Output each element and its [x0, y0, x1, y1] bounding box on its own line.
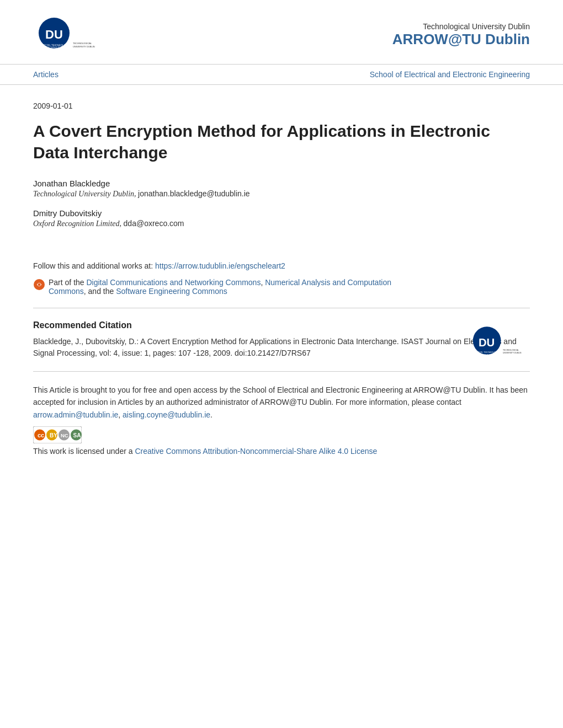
logo-area: DU OLLSCOIL TEICNEOLAÍOCHTA BHAILE ÁTHA … [33, 15, 105, 54]
bepress-network-icon [33, 279, 45, 291]
article-title: A Covert Encryption Method for Applicati… [33, 120, 530, 163]
tu-dublin-logo: DU OLLSCOIL TEICNEOLAÍOCHTA BHAILE ÁTHA … [33, 15, 105, 54]
page: DU OLLSCOIL TEICNEOLAÍOCHTA BHAILE ÁTHA … [0, 0, 563, 728]
contact-email-1[interactable]: arrow.admin@tudublin.ie [33, 410, 118, 419]
author-1-affil-text: Technological University Dublin [33, 190, 134, 198]
svg-point-7 [38, 283, 41, 286]
school-nav-label: School of Electrical and Electronic Engi… [370, 70, 530, 79]
follow-section: Follow this and additional works at: htt… [33, 261, 530, 270]
section-divider-1 [33, 308, 530, 308]
author-block-2: Dmitry Dubovitskiy Oxford Recognition Li… [33, 208, 530, 228]
nav-bar: Articles School of Electrical and Electr… [0, 65, 563, 85]
svg-text:UNIVERSITY DUBLIN: UNIVERSITY DUBLIN [73, 45, 95, 48]
author-1-email: jonathan.blackledge@tudublin.ie [138, 189, 250, 198]
articles-nav-link[interactable]: Articles [33, 70, 59, 79]
part-of-section: Part of the Digital Communications and N… [33, 278, 530, 296]
svg-text:OLLSCOIL TEICNEOLAÍOCHTA: OLLSCOIL TEICNEOLAÍOCHTA [473, 351, 503, 354]
article-date: 2009-01-01 [33, 101, 530, 110]
cc-license-link[interactable]: Creative Commons Attribution-Noncommerci… [135, 447, 377, 456]
author-1-name: Jonathan Blackledge [33, 179, 530, 188]
cc-license-badge: cc BY NC SA [33, 426, 82, 443]
header: DU OLLSCOIL TEICNEOLAÍOCHTA BHAILE ÁTHA … [0, 0, 563, 65]
part-of-text: Part of the Digital Communications and N… [49, 278, 391, 296]
commons-link-3-a[interactable]: Software Engineering Commons [116, 287, 227, 296]
open-access-section: DU OLLSCOIL TEICNEOLAÍOCHTA BHAILE ÁTHA … [33, 384, 530, 457]
svg-text:BHAILE ÁTHA CLIATH: BHAILE ÁTHA CLIATH [475, 354, 496, 356]
author-2-affil-text: Oxford Recognition Limited [33, 220, 120, 228]
cc-icon-block: cc BY NC SA This work is licensed under … [33, 426, 530, 457]
open-access-paragraph: This Article is brought to you for free … [33, 384, 530, 421]
author-1-affil: Technological University Dublin, jonatha… [33, 189, 530, 199]
rec-cit-body: Blackledge, J., Dubovitskiy, D.: A Cover… [33, 336, 530, 359]
svg-text:DU: DU [479, 336, 495, 349]
svg-text:NC: NC [61, 432, 68, 438]
svg-text:cc: cc [38, 432, 44, 438]
author-2-affil: Oxford Recognition Limited, dda@oxreco.c… [33, 219, 530, 228]
commons-link-1-a[interactable]: Digital Communications and Networking Co… [86, 278, 261, 287]
authors-section: Jonathan Blackledge Technological Univer… [33, 179, 530, 228]
footer-logo-area: DU OLLSCOIL TEICNEOLAÍOCHTA BHAILE ÁTHA … [469, 323, 530, 364]
svg-text:SA: SA [73, 432, 81, 438]
svg-text:BHAILE ÁTHA CLIATH: BHAILE ÁTHA CLIATH [41, 46, 66, 50]
footer-tu-dublin-logo: DU OLLSCOIL TEICNEOLAÍOCHTA BHAILE ÁTHA … [469, 323, 530, 362]
section-divider-2 [33, 371, 530, 372]
recommended-citation-section: Recommended Citation Blackledge, J., Dub… [33, 320, 530, 359]
author-2-email: dda@oxreco.com [124, 219, 184, 228]
follow-url-link[interactable]: https://arrow.tudublin.ie/engscheleart2 [155, 261, 285, 270]
follow-text: Follow this and additional works at: [33, 261, 155, 270]
svg-text:UNIVERSITY DUBLIN: UNIVERSITY DUBLIN [503, 352, 522, 354]
contact-email-2[interactable]: aisling.coyne@tudublin.ie [123, 410, 210, 419]
svg-text:DU: DU [45, 28, 63, 41]
arrow-title-link[interactable]: ARROW@TU Dublin [392, 31, 530, 47]
rec-cit-heading: Recommended Citation [33, 320, 530, 330]
header-right: Technological University Dublin ARROW@TU… [392, 22, 530, 48]
svg-text:TECHNOLOGICAL: TECHNOLOGICAL [503, 349, 519, 351]
institution-name: Technological University Dublin [392, 22, 530, 31]
author-2-name: Dmitry Dubovitskiy [33, 208, 530, 218]
svg-text:TECHNOLOGICAL: TECHNOLOGICAL [73, 42, 92, 45]
main-content: 2009-01-01 A Covert Encryption Method fo… [0, 85, 563, 478]
author-block-1: Jonathan Blackledge Technological Univer… [33, 179, 530, 199]
cc-license-text: This work is licensed under a Creative C… [33, 446, 530, 457]
svg-text:BY: BY [50, 432, 57, 438]
